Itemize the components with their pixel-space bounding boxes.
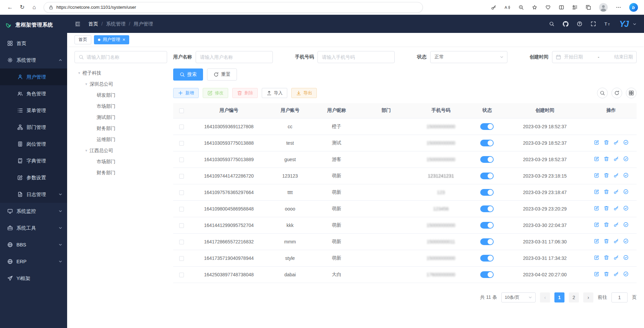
refresh-table-button[interactable] [611, 88, 622, 98]
sidebar-item-monitor[interactable]: 系统监控 [0, 203, 67, 220]
breadcrumb-item-system[interactable]: 系统管理 [106, 21, 126, 27]
goto-page-input[interactable] [611, 292, 628, 302]
header-search-icon[interactable] [549, 21, 554, 27]
row-reset-password-button[interactable] [613, 205, 619, 211]
collections-icon[interactable] [586, 5, 591, 10]
import-button[interactable]: 导入 [262, 88, 287, 98]
status-toggle[interactable] [480, 255, 494, 262]
status-toggle[interactable] [480, 156, 494, 163]
tab-user-management[interactable]: 用户管理 × [94, 35, 129, 44]
row-checkbox[interactable] [179, 190, 184, 195]
tree-node[interactable]: 研发部门 [75, 90, 167, 101]
row-edit-button[interactable] [594, 222, 599, 227]
lock-icon[interactable] [49, 5, 53, 10]
status-toggle[interactable] [480, 205, 494, 212]
tree-node[interactable]: ▾深圳总公司 [75, 79, 167, 90]
row-assign-role-button[interactable] [623, 271, 629, 277]
row-reset-password-button[interactable] [613, 156, 619, 161]
row-assign-role-button[interactable] [623, 255, 629, 260]
user-avatar-logo[interactable]: YJ [619, 19, 628, 29]
reset-button[interactable]: 重置 [207, 68, 237, 81]
row-delete-button[interactable] [604, 173, 609, 178]
row-reset-password-button[interactable] [613, 271, 619, 277]
row-assign-role-button[interactable] [623, 238, 629, 244]
user-menu-caret-icon[interactable] [633, 22, 637, 29]
row-delete-button[interactable] [604, 140, 609, 145]
prev-page-button[interactable]: ‹ [540, 292, 550, 302]
favorites-add-icon[interactable] [532, 5, 537, 10]
browser-home-button[interactable]: ⌂ [29, 2, 40, 13]
row-reset-password-button[interactable] [613, 255, 619, 260]
tree-node[interactable]: ▾江西总公司 [75, 145, 167, 156]
sidebar-item-erp[interactable]: ERP [0, 253, 67, 270]
row-assign-role-button[interactable] [623, 173, 629, 178]
row-assign-role-button[interactable] [623, 156, 629, 161]
row-edit-button[interactable] [594, 205, 599, 211]
toggle-search-button[interactable] [597, 88, 608, 98]
row-reset-password-button[interactable] [613, 189, 619, 194]
sidebar-item-home[interactable]: 首页 [0, 35, 67, 52]
read-aloud-icon[interactable]: A [504, 5, 510, 10]
row-reset-password-button[interactable] [613, 173, 619, 178]
row-checkbox[interactable] [179, 174, 184, 179]
status-toggle[interactable] [480, 271, 494, 278]
tab-home[interactable]: 首页 [75, 35, 91, 44]
row-edit-button[interactable] [594, 271, 599, 277]
status-toggle[interactable] [480, 123, 494, 130]
tree-node[interactable]: 财务部门 [75, 123, 167, 134]
add-button[interactable]: 新增 [173, 88, 199, 98]
browser-refresh-button[interactable]: ↻ [17, 2, 28, 13]
row-edit-button[interactable] [594, 173, 599, 178]
status-toggle[interactable] [480, 189, 494, 196]
row-checkbox[interactable] [179, 256, 184, 261]
font-size-icon[interactable]: TT [604, 21, 611, 27]
column-settings-button[interactable] [626, 88, 637, 98]
tree-node[interactable]: 财务部门 [75, 167, 167, 178]
username-input[interactable] [196, 51, 273, 63]
next-page-button[interactable]: › [583, 292, 593, 302]
sidebar-item-dict[interactable]: 字典管理 [0, 152, 67, 169]
browser-url-bar[interactable]: https://ccnetcore.com:1101/system/user [44, 2, 423, 13]
row-checkbox[interactable] [179, 157, 184, 162]
sidebar-item-role[interactable]: 角色管理 [0, 85, 67, 102]
password-key-icon[interactable] [491, 5, 496, 10]
row-checkbox[interactable] [179, 273, 184, 277]
status-toggle[interactable] [480, 238, 494, 245]
sidebar-item-menu[interactable]: 菜单管理 [0, 102, 67, 119]
row-delete-button[interactable] [604, 238, 609, 244]
split-screen-icon[interactable] [559, 5, 564, 10]
sidebar-item-param[interactable]: 参数设置 [0, 169, 67, 186]
tree-node[interactable]: 市场部门 [75, 156, 167, 167]
zoom-icon[interactable] [518, 5, 524, 10]
sidebar-item-post[interactable]: 岗位管理 [0, 136, 67, 152]
page-size-select[interactable]: 10条/页 [501, 292, 536, 302]
row-checkbox[interactable] [179, 141, 184, 146]
bing-copilot-icon[interactable]: b [629, 3, 638, 12]
row-reset-password-button[interactable] [613, 238, 619, 244]
browser-back-button[interactable]: ← [5, 2, 15, 13]
row-checkbox[interactable] [179, 207, 184, 212]
row-delete-button[interactable] [604, 189, 609, 194]
page-button-2[interactable]: 2 [569, 292, 579, 302]
tree-node[interactable]: ▾橙子科技 [75, 67, 167, 79]
status-toggle[interactable] [480, 222, 494, 229]
row-delete-button[interactable] [604, 255, 609, 260]
date-range-picker[interactable]: 开始日期 - 结束日期 [552, 51, 637, 63]
delete-button[interactable]: 删除 [232, 88, 258, 98]
breadcrumb-item-user[interactable]: 用户管理 [134, 21, 153, 27]
row-reset-password-button[interactable] [613, 140, 619, 145]
export-button[interactable]: 导出 [291, 88, 317, 98]
github-icon[interactable] [563, 21, 568, 27]
row-checkbox[interactable] [179, 125, 184, 129]
row-assign-role-button[interactable] [623, 205, 629, 211]
fullscreen-icon[interactable] [591, 21, 596, 27]
row-delete-button[interactable] [604, 205, 609, 211]
row-checkbox[interactable] [179, 223, 184, 228]
row-checkbox[interactable] [179, 240, 184, 244]
sidebar-item-log[interactable]: 日志管理 [0, 186, 67, 203]
row-assign-role-button[interactable] [623, 189, 629, 194]
row-edit-button[interactable] [594, 238, 599, 244]
status-toggle[interactable] [480, 173, 494, 179]
sidebar-item-system[interactable]: 系统管理 [0, 52, 67, 68]
page-button-1[interactable]: 1 [554, 292, 564, 302]
